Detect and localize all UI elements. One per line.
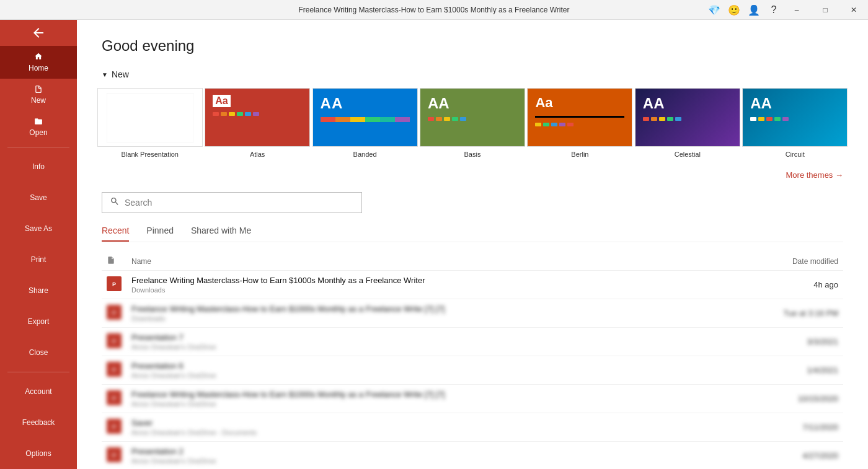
profile-icon[interactable]: 👤 — [745, 1, 763, 19]
emoji-icon[interactable]: 🙂 — [725, 1, 743, 19]
blank-preview — [107, 93, 193, 142]
sidebar-item-home[interactable]: Home — [0, 46, 77, 78]
svg-rect-5 — [107, 333, 122, 348]
col-name-header: Name — [126, 252, 744, 271]
tab-shared[interactable]: Shared with Me — [191, 226, 251, 242]
template-blank[interactable]: Blank Presentation — [102, 88, 198, 158]
titlebar: Freelance Writing Masterclass-How to Ear… — [0, 0, 868, 20]
celestial-dots — [643, 117, 681, 121]
table-row[interactable]: P Freelance Writing Masterclass-How to E… — [102, 271, 843, 299]
sidebar-item-print[interactable]: Print — [0, 244, 77, 275]
files-table-body: P Freelance Writing Masterclass-How to E… — [102, 271, 843, 470]
sidebar-account-label: Account — [25, 387, 51, 396]
template-atlas[interactable]: Aa Atlas — [209, 88, 305, 158]
sidebar-divider-1 — [7, 147, 69, 147]
template-thumb-basis: AA — [420, 88, 525, 147]
pptx-icon: P — [107, 419, 122, 434]
file-info-5: Freelance Writing Masterclass-How to Ear… — [131, 390, 739, 408]
file-info-2: Freelance Writing Masterclass-How to Ear… — [131, 304, 739, 322]
sidebar-item-new[interactable]: New — [0, 79, 77, 111]
file-name-7: Presentation 2 — [131, 447, 739, 456]
table-row[interactable]: P Freelance Writing Masterclass-How to E… — [102, 299, 843, 328]
file-location-2: Downloads — [131, 315, 739, 322]
svg-rect-3 — [107, 305, 122, 320]
file-date-2: Tue at 3:16 PM — [744, 299, 843, 328]
search-input[interactable] — [125, 198, 354, 208]
pptx-icon: P — [107, 390, 122, 405]
help-icon[interactable]: ? — [765, 1, 782, 19]
file-icon-cell: P — [102, 356, 126, 385]
template-thumb-blank — [97, 88, 203, 147]
main-content: Good evening ▼ New Blank Presentation — [77, 20, 868, 469]
template-thumb-atlas: Aa — [205, 88, 310, 147]
new-icon — [32, 85, 45, 94]
file-location-1: Downloads — [131, 286, 739, 294]
close-button[interactable]: ✕ — [839, 0, 868, 20]
file-info-6: Saver Amos Onwukwe's OneDrive - Document… — [131, 418, 739, 436]
sidebar-item-open[interactable]: Open — [0, 111, 77, 143]
file-date-6: 7/11/2020 — [744, 413, 843, 442]
svg-text:P: P — [112, 338, 116, 344]
new-section-header[interactable]: ▼ New — [102, 69, 843, 79]
template-circuit[interactable]: AA Circuit — [747, 88, 843, 158]
template-basis[interactable]: AA Basis — [424, 88, 520, 158]
svg-rect-9 — [107, 390, 122, 405]
file-name-2: Freelance Writing Masterclass-How to Ear… — [131, 304, 739, 313]
sidebar-export-label: Export — [28, 317, 50, 326]
pptx-icon: P — [107, 447, 122, 462]
minimize-button[interactable]: – — [782, 0, 811, 20]
back-button[interactable] — [0, 20, 77, 46]
sidebar-item-close[interactable]: Close — [0, 337, 77, 368]
sidebar-item-save[interactable]: Save — [0, 182, 77, 213]
template-celestial[interactable]: AA Celestial — [639, 88, 735, 158]
table-row[interactable]: P Presentation 6 Amos Onwukwe's OneDrive… — [102, 356, 843, 385]
col-date-header: Date modified — [744, 252, 843, 271]
template-thumb-circuit: AA — [742, 88, 848, 147]
celestial-title: AA — [643, 95, 665, 112]
circuit-title: AA — [750, 95, 772, 112]
file-date-5: 10/15/2020 — [744, 385, 843, 413]
tab-pinned[interactable]: Pinned — [146, 226, 174, 242]
sidebar-item-account[interactable]: Account — [0, 376, 77, 407]
window-controls: – □ ✕ — [782, 0, 868, 20]
table-row[interactable]: P Saver Amos Onwukwe's OneDrive - Docume… — [102, 413, 843, 442]
more-themes-arrow: → — [835, 170, 843, 180]
file-icon-cell: P — [102, 413, 126, 442]
sidebar-item-export[interactable]: Export — [0, 306, 77, 337]
sidebar-item-info[interactable]: Info — [0, 151, 77, 182]
template-banded-name: Banded — [353, 151, 377, 158]
sidebar-item-feedback[interactable]: Feedback — [0, 407, 77, 438]
new-section-label: New — [112, 69, 129, 79]
template-banded[interactable]: AA Banded — [317, 88, 413, 158]
date-header-label: Date modified — [792, 257, 838, 266]
table-row[interactable]: P Freelance Writing Masterclass-How to E… — [102, 385, 843, 413]
file-info-7: Presentation 2 Amos Onwukwe's OneDrive — [131, 447, 739, 465]
atlas-dots — [213, 112, 259, 116]
file-date-4: 1/4/2021 — [744, 356, 843, 385]
tab-recent[interactable]: Recent — [102, 226, 129, 242]
sidebar-item-options[interactable]: Options — [0, 438, 77, 469]
window-title: Freelance Writing Masterclass-How to Ear… — [298, 6, 569, 14]
more-themes-link[interactable]: More themes → — [102, 170, 843, 180]
pptx-icon: P — [107, 276, 122, 291]
pptx-icon: P — [107, 305, 122, 320]
template-berlin[interactable]: Aa Berlin — [532, 88, 628, 158]
sidebar: Home New Open Info Save Save As Print — [0, 20, 77, 469]
diamond-icon[interactable]: 💎 — [706, 1, 723, 19]
templates-row: Blank Presentation Aa — [102, 88, 843, 158]
table-row[interactable]: P Presentation 7 Amos Onwukwe's OneDrive… — [102, 328, 843, 356]
file-name-3: Presentation 7 — [131, 333, 739, 342]
sidebar-item-save-as[interactable]: Save As — [0, 213, 77, 244]
search-box — [102, 192, 362, 213]
table-row[interactable]: P Presentation 2 Amos Onwukwe's OneDrive… — [102, 442, 843, 470]
sidebar-item-share[interactable]: Share — [0, 275, 77, 306]
file-date-7: 4/27/2020 — [744, 442, 843, 470]
home-icon — [32, 52, 45, 61]
file-name-cell-3: Presentation 7 Amos Onwukwe's OneDrive — [126, 328, 744, 356]
file-date-3: 3/3/2021 — [744, 328, 843, 356]
file-name-6: Saver — [131, 418, 739, 427]
svg-text:P: P — [112, 424, 116, 430]
atlas-title: Aa — [213, 95, 230, 107]
file-header-icon — [107, 256, 115, 265]
maximize-button[interactable]: □ — [811, 0, 839, 20]
